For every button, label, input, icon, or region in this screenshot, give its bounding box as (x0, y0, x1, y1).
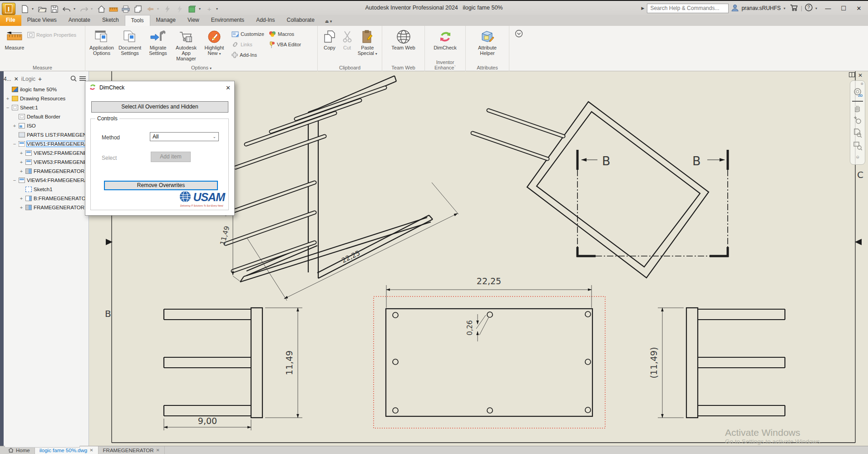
close-pane-icon[interactable]: ✕ (14, 76, 19, 82)
team-web-button[interactable]: Team Web (390, 28, 417, 50)
dimcheck-dialog[interactable]: DimCheck ✕ Select All Overrides and Hidd… (85, 81, 235, 216)
zoom-all-icon[interactable] (853, 128, 862, 139)
dialog-title-bar[interactable]: DimCheck ✕ (85, 81, 234, 94)
minimize-button[interactable]: — (822, 3, 834, 14)
top-view-selected[interactable]: 22,25 0,26 (374, 276, 605, 428)
tab-environments[interactable]: Environments (205, 15, 250, 26)
close-view-icon[interactable]: ✕ (858, 72, 863, 79)
help-icon[interactable]: ? (805, 4, 813, 13)
panel-label-attributes[interactable]: Attributes (466, 65, 509, 70)
panel-label-options[interactable]: Options ▾ (85, 65, 317, 70)
dimcheck-button[interactable]: DimCheck (432, 28, 459, 50)
panel-label-clipboard[interactable]: Clipboard (318, 65, 382, 70)
tab-file[interactable]: File (0, 15, 21, 26)
tree-item[interactable]: +B:FRAMEGENERATO (4, 194, 88, 203)
search-expand-icon[interactable]: ▶ (641, 6, 644, 10)
side-view-left[interactable]: 11,49 9,00 (164, 308, 302, 430)
zoom-window-icon[interactable] (853, 141, 862, 152)
pan-hand-icon[interactable] (853, 104, 862, 114)
tab-annotate[interactable]: Annotate (63, 15, 96, 26)
navbar-minimize-icon[interactable]: ⊖ (856, 155, 859, 159)
ilogic-pane-tab[interactable]: iLogic (21, 76, 35, 82)
steering-wheel-2d-icon[interactable]: 2D (853, 88, 863, 99)
tab-sketch[interactable]: Sketch (96, 15, 125, 26)
tab-tools[interactable]: Tools (125, 15, 150, 26)
panel-label-measure[interactable]: Measure (0, 65, 85, 70)
select-all-overrides-button[interactable]: Select All Overrides and Hidden (91, 101, 228, 113)
tab-collaborate[interactable]: Collaborate (281, 15, 320, 26)
tree-item[interactable]: +VIEW53:FRAMEGENE (4, 158, 88, 167)
tree-item[interactable]: +FRAMEGENERATOR. (4, 167, 88, 176)
add-ins-button[interactable]: Add-Ins (232, 50, 264, 59)
side-view-right[interactable]: (11,49) (649, 308, 785, 418)
tree-item[interactable]: −VIEW51:FRAMEGENERA (4, 139, 88, 148)
dim-side-width[interactable]: 9,00 (198, 416, 217, 426)
ribbon-display-toggle-icon[interactable]: ⏏ ▾ (325, 19, 332, 26)
tab-add-ins[interactable]: Add-Ins (250, 15, 281, 26)
search-browser-icon[interactable] (70, 75, 77, 83)
expand-icon[interactable]: + (19, 196, 24, 201)
user-avatar-icon[interactable] (731, 4, 739, 13)
document-tab-framegenerator[interactable]: FRAMEGENERATOR✕ (99, 446, 165, 454)
panel-label-inventor-enhance[interactable]: Inventor Enhance` (425, 59, 465, 70)
close-tab-icon[interactable]: ✕ (89, 448, 93, 453)
highlight-new-button[interactable]: Highlight New ▾ (201, 28, 228, 61)
tree-item[interactable]: Default Border (4, 112, 88, 121)
tree-item[interactable]: −VIEW54:FRAMEGENERA (4, 176, 88, 185)
tree-item[interactable]: −Sheet:1 (4, 103, 88, 112)
measure-button[interactable]: Measure (3, 28, 26, 50)
expand-icon[interactable]: + (19, 168, 24, 174)
zoom-in-out-icon[interactable] (853, 116, 862, 126)
dim-right-height[interactable]: (11,49) (649, 347, 659, 378)
panel-display-options-icon[interactable] (509, 26, 524, 71)
section-view[interactable]: B B (473, 102, 729, 278)
expand-icon[interactable]: + (19, 150, 24, 156)
navbar-close-icon[interactable]: ⊗ (860, 82, 863, 86)
customize-button[interactable]: Customize (232, 30, 264, 39)
collapse-icon[interactable]: − (12, 141, 17, 147)
close-tab-icon[interactable]: ✕ (156, 448, 160, 453)
panel-label-team-web[interactable]: Team Web (382, 65, 424, 70)
expand-icon[interactable]: + (19, 159, 24, 165)
maximize-button[interactable]: ☐ (837, 3, 850, 14)
iso-view[interactable]: 11,49 22,25 (218, 76, 459, 301)
method-dropdown[interactable]: All ⌄ (150, 132, 219, 141)
dialog-close-icon[interactable]: ✕ (226, 84, 231, 91)
macros-button[interactable]: Macros (269, 30, 301, 39)
tree-item[interactable]: Sketch1 (4, 185, 88, 194)
tree-item[interactable]: PARTS LIST:FRAMEGEN (4, 130, 88, 139)
chevron-down-icon[interactable]: ▾ (219, 52, 221, 56)
dim-side-height[interactable]: 11,49 (284, 350, 294, 375)
tab-view[interactable]: View (182, 15, 205, 26)
dim-top-width[interactable]: 22,25 (477, 276, 501, 286)
collapse-icon[interactable]: − (12, 178, 17, 183)
user-chevron-icon[interactable]: ▾ (784, 6, 787, 10)
application-options-button[interactable]: Application Options (88, 28, 115, 61)
migrate-settings-button[interactable]: Migrate Settings (144, 28, 172, 61)
chevron-down-icon[interactable]: ▾ (375, 52, 377, 56)
help-chevron-icon[interactable]: ▾ (815, 6, 819, 10)
search-input[interactable] (647, 4, 729, 13)
expand-icon[interactable]: + (5, 96, 10, 101)
tree-item[interactable]: +Drawing Resources (4, 94, 88, 103)
tree-item[interactable]: +FRAMEGENERATOR. (4, 203, 88, 212)
panel-options-chevron-icon[interactable]: ▾ (210, 66, 212, 70)
store-cart-icon[interactable] (790, 4, 798, 13)
paste-special-button[interactable]: Paste Special ▾ (355, 28, 379, 57)
tab-manage[interactable]: Manage (150, 15, 182, 26)
copy-button[interactable]: Copy (321, 28, 339, 57)
autodesk-app-manager-button[interactable]: Autodesk App Manager (173, 28, 200, 61)
navigation-bar[interactable]: ⊗ 2D ⊖ (850, 80, 865, 165)
tree-item[interactable]: ilogic fame 50% (4, 85, 88, 94)
attribute-helper-button[interactable]: Attribute Helper (474, 28, 501, 56)
expand-icon[interactable]: + (19, 205, 24, 210)
vba-editor-button[interactable]: VBA Editor (269, 40, 301, 49)
document-settings-button[interactable]: Document Settings (116, 28, 143, 61)
expand-icon[interactable]: + (12, 123, 17, 128)
collapse-icon[interactable]: − (5, 105, 10, 110)
split-view-icon[interactable] (849, 72, 855, 79)
browser-pane-tab[interactable]: 4... (4, 76, 11, 82)
close-button[interactable]: ✕ (853, 3, 865, 14)
remove-overwrites-button[interactable]: Remove Overwrites (104, 181, 218, 190)
add-pane-icon[interactable]: + (38, 75, 42, 83)
